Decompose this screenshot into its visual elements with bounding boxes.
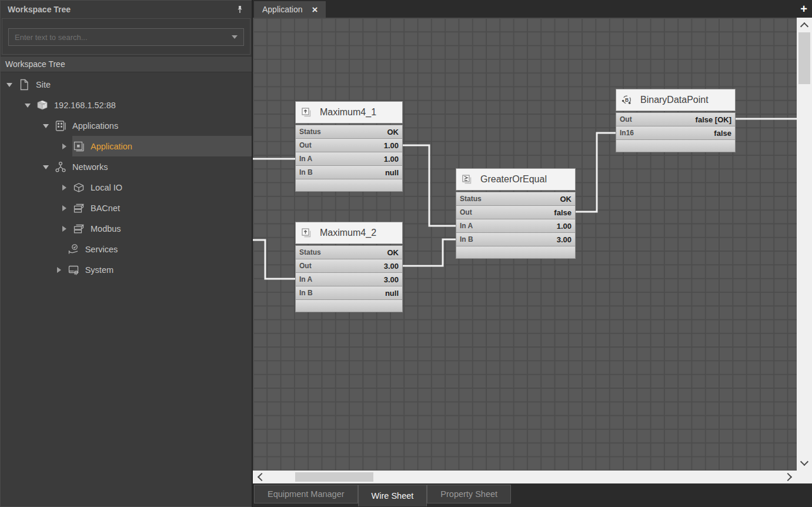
vertical-scrollbar[interactable] bbox=[797, 18, 812, 471]
expander-icon[interactable] bbox=[61, 205, 68, 212]
block-maximum4-1[interactable]: Maximum4_1 Status OK Out 1.00 In A 1.00 … bbox=[295, 101, 403, 192]
chevron-down-icon bbox=[800, 458, 808, 466]
svg-text:B: B bbox=[625, 97, 629, 103]
pin-icon[interactable] bbox=[235, 5, 245, 14]
tree-item-device[interactable]: 192.168.1.52:88 bbox=[1, 95, 252, 115]
tree-item-label: Applications bbox=[72, 121, 118, 131]
horizontal-scrollbar-thumb[interactable] bbox=[295, 472, 373, 482]
pin-label: In16 bbox=[620, 129, 634, 137]
block-title: Maximum4_2 bbox=[320, 228, 376, 238]
pin-value: 1.00 bbox=[384, 141, 399, 150]
wire[interactable] bbox=[403, 239, 456, 266]
block-pin-status[interactable]: Status OK bbox=[296, 246, 402, 259]
tree-item-bacnet[interactable]: BACnet bbox=[1, 198, 252, 218]
expander-icon[interactable] bbox=[43, 122, 50, 129]
tree-item-label: BACnet bbox=[91, 204, 120, 213]
block-pin-in16[interactable]: In16 false bbox=[616, 126, 735, 140]
tree-item-label: Modbus bbox=[91, 224, 121, 234]
tree-item-label: 192.168.1.52:88 bbox=[54, 101, 116, 110]
system-icon bbox=[67, 263, 80, 276]
tree-item-site[interactable]: Site bbox=[1, 74, 252, 95]
workspace-tree-panel: Workspace Tree Enter text to search... W… bbox=[0, 0, 252, 507]
block-pin-in-a[interactable]: In A 1.00 bbox=[456, 219, 575, 233]
add-tab-button[interactable]: + bbox=[800, 1, 807, 16]
tree-item-services[interactable]: Services bbox=[1, 239, 252, 259]
tree-item-local-io[interactable]: Local IO bbox=[1, 177, 252, 198]
block-pin-out[interactable]: Out 3.00 bbox=[296, 259, 402, 273]
binary-data-point-icon: B bbox=[621, 94, 633, 106]
pin-label: In A bbox=[299, 275, 312, 283]
scroll-up-button[interactable] bbox=[797, 18, 812, 33]
block-pin-out[interactable]: Out 1.00 bbox=[296, 139, 402, 152]
block-body: Status OK Out false In A 1.00 In B 3.00 bbox=[456, 192, 576, 259]
tree-item-system[interactable]: System bbox=[1, 259, 252, 280]
block-footer bbox=[296, 179, 402, 191]
pin-value: OK bbox=[387, 128, 399, 136]
block-footer bbox=[456, 246, 575, 258]
device-icon bbox=[36, 99, 49, 112]
tree-item-applications[interactable]: Applications bbox=[1, 115, 252, 136]
tab-application[interactable]: Application × bbox=[254, 1, 326, 18]
expander-icon[interactable] bbox=[6, 81, 14, 88]
tree-item-content: Services bbox=[67, 239, 252, 259]
wire[interactable] bbox=[403, 145, 456, 226]
block-pin-status[interactable]: Status OK bbox=[456, 192, 575, 206]
block-pin-status[interactable]: Status OK bbox=[296, 125, 402, 139]
block-pin-in-b[interactable]: In B null bbox=[296, 286, 402, 300]
block-header: B BinaryDataPoint bbox=[616, 89, 736, 111]
horizontal-scrollbar[interactable] bbox=[253, 471, 797, 483]
expander-icon[interactable] bbox=[61, 143, 68, 150]
block-pin-out[interactable]: Out false bbox=[456, 206, 575, 219]
block-pin-in-a[interactable]: In A 1.00 bbox=[296, 152, 402, 166]
tree-item-content: Application bbox=[72, 136, 252, 156]
block-pin-out[interactable]: Out false [OK] bbox=[616, 113, 735, 126]
maximum-icon bbox=[300, 106, 312, 118]
tree-item-application[interactable]: Application bbox=[1, 136, 252, 156]
tab-equipment-manager[interactable]: Equipment Manager bbox=[254, 485, 358, 503]
pin-value: OK bbox=[387, 248, 399, 257]
pin-value: 1.00 bbox=[557, 222, 572, 231]
services-icon bbox=[67, 243, 80, 256]
tab-property-sheet[interactable]: Property Sheet bbox=[427, 485, 511, 503]
tree-item-modbus[interactable]: Modbus bbox=[1, 218, 252, 239]
tab-wire-sheet[interactable]: Wire Sheet bbox=[358, 485, 427, 506]
block-maximum4-2[interactable]: Maximum4_2 Status OK Out 3.00 In A 3.00 … bbox=[295, 222, 403, 312]
pin-label: Status bbox=[299, 248, 321, 256]
block-binary-data-point[interactable]: B BinaryDataPoint Out false [OK] In16 fa… bbox=[616, 89, 736, 152]
tree-item-content: Networks bbox=[54, 156, 252, 177]
block-greater-or-equal[interactable]: GreaterOrEqual Status OK Out false In A … bbox=[456, 168, 576, 259]
document-tab-bar: Application × + bbox=[253, 0, 812, 18]
application-icon bbox=[72, 140, 85, 153]
close-icon[interactable]: × bbox=[312, 5, 318, 15]
wire-sheet-canvas[interactable]: Maximum4_1 Status OK Out 1.00 In A 1.00 … bbox=[253, 18, 797, 471]
wire[interactable] bbox=[576, 133, 616, 212]
pin-label: In B bbox=[299, 289, 313, 297]
scroll-down-button[interactable] bbox=[797, 455, 812, 471]
modbus-icon bbox=[72, 222, 85, 235]
tab-label: Application bbox=[262, 5, 303, 14]
scroll-left-button[interactable] bbox=[253, 471, 268, 483]
tree-item-networks[interactable]: Networks bbox=[1, 156, 252, 177]
expander-icon[interactable] bbox=[56, 266, 63, 273]
expander-icon[interactable] bbox=[61, 184, 68, 191]
vertical-scrollbar-thumb[interactable] bbox=[798, 32, 810, 84]
block-pin-in-b[interactable]: In B 3.00 bbox=[456, 233, 575, 246]
expander-icon[interactable] bbox=[43, 164, 50, 171]
dropdown-arrow-icon[interactable] bbox=[232, 35, 238, 39]
block-title: Maximum4_1 bbox=[320, 107, 376, 118]
expander-icon[interactable] bbox=[25, 102, 32, 109]
scroll-right-button[interactable] bbox=[781, 471, 797, 483]
workspace-tree: Site 192.168.1.52:88 Applications bbox=[1, 72, 252, 280]
search-input[interactable]: Enter text to search... bbox=[8, 28, 244, 46]
chevron-up-icon bbox=[800, 22, 808, 31]
applications-icon bbox=[54, 119, 67, 132]
pin-label: Out bbox=[460, 208, 472, 216]
tree-item-label: Application bbox=[91, 142, 132, 151]
wire[interactable] bbox=[253, 240, 295, 279]
block-pin-in-a[interactable]: In A 3.00 bbox=[296, 273, 402, 286]
block-pin-in-b[interactable]: In B null bbox=[296, 166, 402, 179]
block-title: BinaryDataPoint bbox=[640, 95, 709, 105]
pin-value: 3.00 bbox=[557, 235, 572, 244]
block-header: Maximum4_2 bbox=[295, 222, 403, 244]
expander-icon[interactable] bbox=[61, 225, 68, 232]
